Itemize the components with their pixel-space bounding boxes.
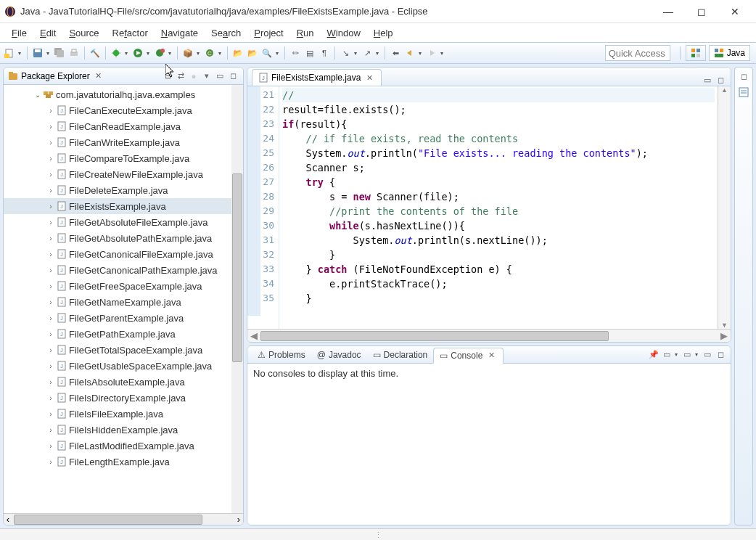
tree-file[interactable]: ›JFileGetParentExample.java: [4, 310, 231, 326]
tree-file[interactable]: ›JFileCanWriteExample.java: [4, 134, 231, 150]
new-package-icon[interactable]: 📦: [181, 46, 194, 60]
tree-file[interactable]: ›JFileGetAbsoluteFileExample.java: [4, 214, 231, 230]
back-icon[interactable]: [403, 46, 416, 60]
editor-max-icon[interactable]: ◻: [715, 74, 726, 86]
dropdown-icon[interactable]: ▾: [17, 50, 23, 57]
debug-icon[interactable]: [110, 46, 123, 60]
tree-file[interactable]: ›JFileGetCanonicalPathExample.java: [4, 262, 231, 278]
print-icon[interactable]: [67, 46, 81, 60]
open-console-icon[interactable]: ▭: [681, 349, 693, 361]
editor-min-icon[interactable]: ▭: [702, 74, 713, 86]
build-icon[interactable]: 🔨: [89, 46, 102, 60]
restore-icon[interactable]: ◻: [738, 70, 749, 82]
menu-run[interactable]: Run: [291, 26, 320, 40]
tree-file[interactable]: ›JFileIsFileExample.java: [4, 406, 231, 422]
tree-file[interactable]: ›JFileGetTotalSpaceExample.java: [4, 342, 231, 358]
svg-text:J: J: [60, 172, 63, 177]
tree-file[interactable]: ›JFileIsAbsoluteExample.java: [4, 374, 231, 390]
tree-file[interactable]: ›JFileIsHiddenExample.java: [4, 422, 231, 438]
tree-file[interactable]: ›JFileExistsExample.java: [4, 198, 231, 214]
svg-text:J: J: [60, 124, 63, 129]
tab-console[interactable]: ▭ Console ✕: [433, 348, 504, 364]
save-icon[interactable]: [31, 46, 44, 60]
run-icon[interactable]: [131, 46, 144, 60]
forward-icon[interactable]: [425, 46, 438, 60]
tree-hscrollbar[interactable]: ‹›: [4, 513, 243, 525]
maximize-button[interactable]: ◻: [685, 1, 718, 22]
link-editor-icon[interactable]: ⇄: [175, 70, 186, 82]
next-annotation-icon[interactable]: ↘: [339, 46, 352, 60]
menu-refactor[interactable]: Refactor: [107, 26, 154, 40]
tree-file[interactable]: ›JFileIsDirectoryExample.java: [4, 390, 231, 406]
last-edit-icon[interactable]: ⬅: [389, 46, 402, 60]
menu-search[interactable]: Search: [205, 26, 247, 40]
menu-help[interactable]: Help: [368, 26, 399, 40]
menu-project[interactable]: Project: [248, 26, 289, 40]
editor-hscrollbar[interactable]: ◀▶: [247, 329, 731, 342]
quick-access-input[interactable]: Quick Access: [605, 45, 670, 61]
svg-rect-83: [739, 88, 748, 97]
tree-vscrollbar[interactable]: [231, 85, 243, 513]
eclipse-icon: [4, 6, 16, 17]
tree-file[interactable]: ›JFileGetAbsolutePathExample.java: [4, 230, 231, 246]
tree-file[interactable]: ›JFileGetUsableSpaceExample.java: [4, 358, 231, 374]
close-tab-icon[interactable]: ✕: [485, 350, 497, 361]
tree-file[interactable]: ›JFileCreateNewFileExample.java: [4, 166, 231, 182]
tree-file[interactable]: ›JFileCanExecuteExample.java: [4, 102, 231, 118]
problems-icon: ⚠: [258, 350, 266, 360]
tree-package[interactable]: ⌄com.javatutorialhq.java.examples: [4, 86, 231, 102]
menu-file[interactable]: File: [6, 26, 33, 40]
open-task-icon[interactable]: 📂: [246, 46, 259, 60]
max-bottom-icon[interactable]: ◻: [715, 349, 726, 361]
svg-text:J: J: [60, 108, 63, 113]
pin-console-icon[interactable]: 📌: [648, 349, 660, 361]
close-view-icon[interactable]: ✕: [93, 70, 104, 82]
maximize-view-icon[interactable]: ◻: [227, 70, 239, 82]
editor-vscrollbar[interactable]: ▲▼: [718, 86, 731, 329]
tree-file[interactable]: ›JFileGetCanonicalFileExample.java: [4, 246, 231, 262]
menu-edit[interactable]: Edit: [34, 26, 62, 40]
save-all-icon[interactable]: [53, 46, 66, 60]
new-icon[interactable]: [3, 46, 16, 60]
minimize-view-icon[interactable]: ▭: [214, 70, 226, 82]
close-button[interactable]: ✕: [718, 1, 752, 22]
tab-javadoc[interactable]: @ Javadoc: [311, 348, 367, 361]
editor-tab[interactable]: J FileExistsExample.java ✕: [252, 69, 382, 86]
open-perspective-button[interactable]: [686, 45, 706, 61]
minimize-button[interactable]: —: [652, 1, 685, 22]
min-bottom-icon[interactable]: ▭: [702, 349, 713, 361]
run-last-icon[interactable]: [153, 46, 166, 60]
java-perspective-button[interactable]: Java: [709, 45, 750, 61]
tree-file[interactable]: ›JFileGetFreeSpaceExample.java: [4, 278, 231, 294]
tree-file[interactable]: ›JFileLastModifiedExample.java: [4, 438, 231, 454]
outline-icon[interactable]: [738, 86, 749, 98]
toggle-ws-icon[interactable]: ¶: [318, 46, 331, 60]
close-tab-icon[interactable]: ✕: [363, 72, 375, 83]
svg-text:J: J: [262, 75, 265, 81]
view-menu-icon[interactable]: ▾: [201, 70, 213, 82]
open-type-icon[interactable]: 📂: [231, 46, 245, 60]
code-editor[interactable]: //result=file.exists();if(result){ // if…: [279, 86, 718, 329]
new-class-icon[interactable]: C: [203, 46, 216, 60]
tree-file[interactable]: ›JFileLengthExample.java: [4, 454, 231, 470]
svg-text:J: J: [60, 156, 63, 161]
collapse-all-icon[interactable]: ⊟: [162, 70, 173, 82]
menu-window[interactable]: Window: [321, 26, 366, 40]
trim-stack[interactable]: ◻: [734, 67, 753, 525]
tree-file[interactable]: ›JFileCanReadExample.java: [4, 118, 231, 134]
tree-file[interactable]: ›JFileCompareToExample.java: [4, 150, 231, 166]
toggle-mark-icon[interactable]: ✏: [289, 46, 302, 60]
menu-source[interactable]: Source: [63, 26, 104, 40]
display-console-icon[interactable]: ▭: [661, 349, 673, 361]
tab-declaration[interactable]: ▭ Declaration: [367, 348, 434, 361]
toggle-block-icon[interactable]: ▤: [303, 46, 316, 60]
package-tree[interactable]: ⌄com.javatutorialhq.java.examples›JFileC…: [4, 85, 231, 513]
tree-file[interactable]: ›JFileGetNameExample.java: [4, 294, 231, 310]
menu-navigate[interactable]: Navigate: [155, 26, 204, 40]
focus-icon[interactable]: ●: [188, 70, 200, 82]
search-icon[interactable]: 🔍: [260, 46, 274, 60]
tree-file[interactable]: ›JFileDeleteExample.java: [4, 182, 231, 198]
tab-problems[interactable]: ⚠ Problems: [252, 348, 311, 361]
tree-file[interactable]: ›JFileGetPathExample.java: [4, 326, 231, 342]
prev-annotation-icon[interactable]: ↗: [361, 46, 374, 60]
